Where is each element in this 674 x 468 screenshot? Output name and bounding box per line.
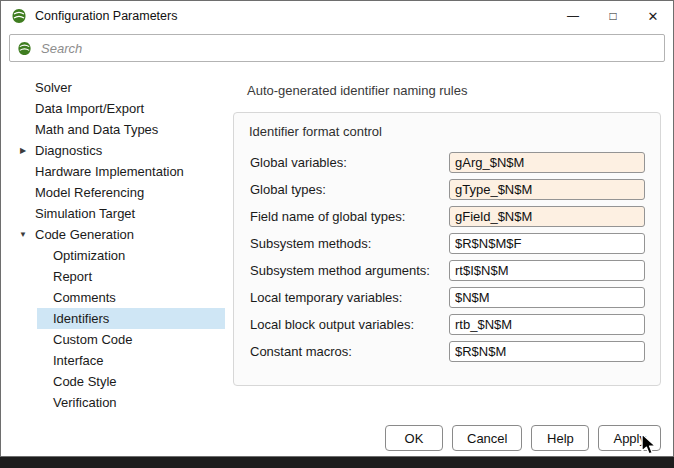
search-box[interactable] bbox=[9, 34, 665, 62]
page-title: Auto-generated identifier naming rules bbox=[247, 83, 661, 98]
collapsed-arrow-icon[interactable]: ▶ bbox=[16, 140, 30, 161]
field-row: Field name of global types: bbox=[249, 203, 645, 230]
sidebar-item-verification[interactable]: Verification bbox=[37, 392, 225, 413]
sidebar-item-label: Math and Data Types bbox=[35, 122, 158, 137]
field-label: Local temporary variables: bbox=[250, 290, 449, 305]
global-types-input[interactable] bbox=[449, 179, 645, 200]
window-title: Configuration Parameters bbox=[35, 9, 553, 23]
sidebar-item-code-style[interactable]: Code Style bbox=[37, 371, 225, 392]
configuration-parameters-window: Configuration Parameters — □ ✕ Solver Da… bbox=[0, 0, 674, 457]
field-row: Constant macros: bbox=[249, 338, 645, 365]
local-block-output-variables-input[interactable] bbox=[449, 314, 645, 335]
identifier-format-control-group: Identifier format control Global variabl… bbox=[233, 112, 661, 386]
maximize-button[interactable]: □ bbox=[593, 1, 633, 31]
sidebar-item-label: Hardware Implementation bbox=[35, 164, 184, 179]
field-label: Global types: bbox=[250, 182, 449, 197]
close-button[interactable]: ✕ bbox=[633, 1, 673, 31]
search-row bbox=[9, 34, 665, 63]
field-label: Local block output variables: bbox=[250, 317, 449, 332]
field-row: Global types: bbox=[249, 176, 645, 203]
field-name-of-global-types-input[interactable] bbox=[449, 206, 645, 227]
sidebar-item-model-referencing[interactable]: Model Referencing bbox=[9, 182, 225, 203]
simulink-icon bbox=[11, 8, 27, 24]
field-label: Subsystem methods: bbox=[250, 236, 449, 251]
sidebar-item-diagnostics[interactable]: ▶ Diagnostics bbox=[9, 140, 225, 161]
sidebar-item-label: Diagnostics bbox=[35, 143, 102, 158]
sidebar-item-hardware-implementation[interactable]: Hardware Implementation bbox=[9, 161, 225, 182]
subsystem-method-arguments-input[interactable] bbox=[449, 260, 645, 281]
sidebar-item-report[interactable]: Report bbox=[37, 266, 225, 287]
sidebar-item-interface[interactable]: Interface bbox=[37, 350, 225, 371]
ok-button[interactable]: OK bbox=[385, 425, 443, 451]
sidebar-item-optimization[interactable]: Optimization bbox=[37, 245, 225, 266]
sidebar-item-label: Data Import/Export bbox=[35, 101, 144, 116]
simulink-search-icon bbox=[17, 41, 32, 56]
sidebar-item-label: Identifiers bbox=[53, 311, 109, 326]
sidebar-item-custom-code[interactable]: Custom Code bbox=[37, 329, 225, 350]
sidebar-item-label: Model Referencing bbox=[35, 185, 144, 200]
local-temporary-variables-input[interactable] bbox=[449, 287, 645, 308]
sidebar-item-label: Verification bbox=[53, 395, 117, 410]
title-bar: Configuration Parameters — □ ✕ bbox=[1, 1, 673, 31]
global-variables-input[interactable] bbox=[449, 152, 645, 173]
sidebar-item-label: Solver bbox=[35, 80, 72, 95]
field-label: Field name of global types: bbox=[250, 209, 449, 224]
field-label: Global variables: bbox=[250, 155, 449, 170]
sidebar-item-solver[interactable]: Solver bbox=[9, 77, 225, 98]
field-label: Subsystem method arguments: bbox=[250, 263, 449, 278]
sidebar-item-data-import-export[interactable]: Data Import/Export bbox=[9, 98, 225, 119]
field-label: Constant macros: bbox=[250, 344, 449, 359]
group-title: Identifier format control bbox=[249, 124, 645, 139]
apply-button[interactable]: Apply bbox=[598, 425, 661, 451]
sidebar-item-label: Simulation Target bbox=[35, 206, 135, 221]
sidebar-item-label: Custom Code bbox=[53, 332, 132, 347]
search-input[interactable] bbox=[39, 40, 657, 57]
sidebar-item-identifiers[interactable]: Identifiers bbox=[37, 308, 225, 329]
main-panel: Auto-generated identifier naming rules I… bbox=[233, 77, 661, 386]
field-row: Subsystem method arguments: bbox=[249, 257, 645, 284]
field-row: Subsystem methods: bbox=[249, 230, 645, 257]
subsystem-methods-input[interactable] bbox=[449, 233, 645, 254]
sidebar-item-label: Comments bbox=[53, 290, 116, 305]
sidebar-item-code-generation[interactable]: ▼ Code Generation bbox=[9, 224, 225, 245]
field-row: Local temporary variables: bbox=[249, 284, 645, 311]
sidebar-item-label: Code Generation bbox=[35, 227, 134, 242]
help-button[interactable]: Help bbox=[531, 425, 589, 451]
field-row: Global variables: bbox=[249, 149, 645, 176]
cancel-button[interactable]: Cancel bbox=[452, 425, 522, 451]
sidebar-item-label: Code Style bbox=[53, 374, 117, 389]
sidebar-item-label: Interface bbox=[53, 353, 104, 368]
sidebar-item-comments[interactable]: Comments bbox=[37, 287, 225, 308]
footer-button-bar: OK Cancel Help Apply bbox=[385, 425, 661, 451]
sidebar-item-simulation-target[interactable]: Simulation Target bbox=[9, 203, 225, 224]
sidebar-item-math-and-data-types[interactable]: Math and Data Types bbox=[9, 119, 225, 140]
sidebar-item-label: Report bbox=[53, 269, 92, 284]
sidebar-tree: Solver Data Import/Export Math and Data … bbox=[9, 77, 225, 416]
constant-macros-input[interactable] bbox=[449, 341, 645, 362]
expanded-arrow-icon[interactable]: ▼ bbox=[16, 224, 30, 245]
minimize-button[interactable]: — bbox=[553, 1, 593, 31]
sidebar-item-label: Optimization bbox=[53, 248, 125, 263]
field-row: Local block output variables: bbox=[249, 311, 645, 338]
